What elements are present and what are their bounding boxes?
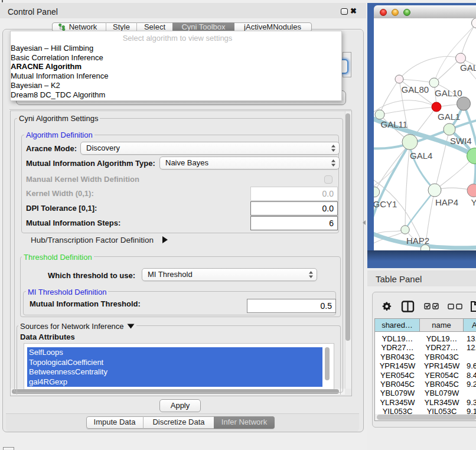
svg-text:GAL4: GAL4 (410, 151, 432, 161)
svg-text:SWI4: SWI4 (450, 136, 472, 146)
svg-text:HAP4: HAP4 (435, 197, 458, 207)
svg-text:GAL2: GAL2 (460, 63, 476, 73)
svg-text:GAL1: GAL1 (438, 112, 460, 122)
svg-text:Y: Y (471, 197, 476, 207)
svg-text:GCY1: GCY1 (374, 199, 397, 209)
svg-text:GAL11: GAL11 (381, 119, 408, 129)
svg-text:GAL80: GAL80 (402, 84, 429, 94)
svg-text:HAP2: HAP2 (406, 236, 429, 246)
svg-text:GAL10: GAL10 (435, 88, 462, 98)
